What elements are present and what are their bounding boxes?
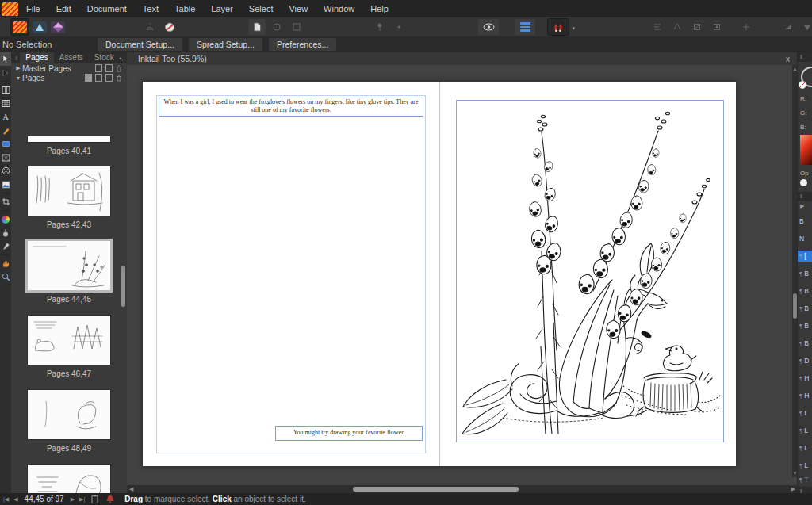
- clipboard-icon[interactable]: [91, 495, 98, 503]
- document-tab[interactable]: Inktail Too (55.9%): [138, 54, 207, 63]
- menu-layer[interactable]: Layer: [203, 0, 241, 17]
- spread-setup-button[interactable]: Spread Setup...: [189, 38, 262, 51]
- section-master-pages[interactable]: ▶ Master Pages: [11, 63, 127, 73]
- text-style-item[interactable]: ¶T: [798, 474, 812, 485]
- color-wheel-icon[interactable]: [0, 212, 11, 226]
- alert-bell-icon[interactable]: [106, 495, 114, 503]
- picture-frame-ellipse-tool[interactable]: [0, 164, 11, 178]
- zoom-tool[interactable]: [0, 270, 11, 284]
- page-spread[interactable]: When I was a girl, I used to wear the fo…: [143, 82, 736, 466]
- tab-pages[interactable]: Pages: [20, 52, 53, 63]
- text-style-item[interactable]: B: [798, 216, 812, 227]
- horizontal-scroll-thumb[interactable]: [353, 487, 519, 492]
- menu-select[interactable]: Select: [241, 0, 282, 17]
- illustration-frame[interactable]: [456, 100, 724, 442]
- move-tool[interactable]: [0, 52, 11, 66]
- no-fill-icon[interactable]: [799, 81, 806, 89]
- delete-master-icon[interactable]: [116, 65, 122, 72]
- previous-spread-icon[interactable]: ◀: [13, 496, 17, 503]
- preferences-button[interactable]: Preferences...: [269, 38, 336, 51]
- color-gradient-box[interactable]: [800, 135, 812, 165]
- text-style-item[interactable]: ¶L: [798, 460, 812, 471]
- picture-frame-rectangle-tool[interactable]: [0, 151, 11, 164]
- rectangle-tool[interactable]: [0, 137, 11, 151]
- place-image-tool[interactable]: [0, 178, 11, 191]
- thumbnail-pages-46-47[interactable]: [28, 316, 110, 365]
- text-style-item[interactable]: N: [798, 233, 812, 244]
- text-style-item[interactable]: ¶H: [798, 373, 812, 384]
- vector-crop-tool[interactable]: [0, 195, 11, 209]
- text-style-item[interactable]: ¶L: [798, 425, 812, 436]
- add-master-icon[interactable]: [95, 64, 102, 72]
- style-pickup-tool[interactable]: [0, 226, 11, 239]
- scroll-left-icon[interactable]: ◀: [129, 485, 133, 493]
- menu-text[interactable]: Text: [135, 0, 167, 17]
- preflight-badge-icon[interactable]: [161, 19, 178, 35]
- menu-file[interactable]: File: [18, 0, 48, 17]
- styles-collapse-arrow[interactable]: ▶: [800, 203, 804, 209]
- designer-persona-button[interactable]: [31, 19, 48, 35]
- menu-edit[interactable]: Edit: [48, 0, 79, 17]
- text-style-item[interactable]: ¶B: [798, 338, 812, 349]
- snapping-dropdown-arrow[interactable]: ▾: [572, 25, 575, 32]
- delete-page-icon[interactable]: [116, 75, 122, 82]
- text-style-item[interactable]: ¶D: [798, 355, 812, 366]
- pages-panel-scrollbar[interactable]: [121, 266, 125, 307]
- thumbnail-pages-42-43[interactable]: [28, 166, 110, 216]
- color-picker-tool[interactable]: [0, 239, 11, 253]
- thumbnail-pages-44-45[interactable]: [28, 241, 110, 290]
- duplicate-master-icon[interactable]: [105, 64, 113, 72]
- table-tool[interactable]: [0, 97, 11, 110]
- menu-view[interactable]: View: [281, 0, 316, 17]
- collapse-arrow-icon[interactable]: ▶: [14, 65, 22, 71]
- text-style-item[interactable]: ¶B: [798, 320, 812, 331]
- photo-persona-button[interactable]: [49, 19, 67, 35]
- duplicate-page-icon[interactable]: [105, 74, 113, 82]
- spread-view-icon[interactable]: [85, 74, 92, 82]
- guides-manager-button[interactable]: [515, 19, 535, 35]
- tab-stock[interactable]: Stock: [89, 52, 120, 63]
- horizontal-scrollbar[interactable]: ◀ ▶: [127, 485, 798, 493]
- snapping-magnet-button[interactable]: ▾: [548, 19, 569, 35]
- panel-grip[interactable]: ‖: [15, 55, 17, 62]
- menu-help[interactable]: Help: [362, 0, 396, 17]
- artistic-text-tool[interactable]: A: [0, 110, 11, 124]
- text-styles-panel-header[interactable]: ‖: [798, 192, 812, 201]
- close-tab-icon[interactable]: x: [786, 55, 790, 63]
- page-icon-button[interactable]: [248, 19, 266, 35]
- publisher-persona-button[interactable]: [11, 19, 29, 35]
- frame-text-tool[interactable]: [0, 83, 11, 97]
- next-spread-icon[interactable]: ▶: [71, 496, 75, 503]
- scroll-right-icon[interactable]: ▶: [791, 485, 795, 493]
- menu-table[interactable]: Table: [167, 0, 203, 17]
- first-spread-icon[interactable]: |◀: [3, 496, 9, 503]
- text-style-item[interactable]: ¶B: [798, 268, 812, 279]
- panel-menu-icon[interactable]: ▪,: [120, 55, 124, 62]
- pen-tool[interactable]: [0, 124, 11, 137]
- menu-window[interactable]: Window: [316, 0, 362, 17]
- menu-document[interactable]: Document: [79, 0, 135, 17]
- opacity-knob[interactable]: [800, 179, 807, 186]
- top-text-frame[interactable]: When I was a girl, I used to wear the fo…: [159, 98, 423, 117]
- thumbnail-pages-48-49[interactable]: [28, 390, 110, 439]
- thumbnail-pages-50-51[interactable]: [28, 465, 110, 493]
- lower-panel-header[interactable]: ‖: [798, 487, 812, 493]
- text-style-item[interactable]: ¶B: [798, 303, 812, 314]
- canvas[interactable]: When I was a girl, I used to wear the fo…: [127, 65, 798, 485]
- text-style-item[interactable]: ¶H: [798, 390, 812, 401]
- view-hand-tool[interactable]: [0, 257, 11, 270]
- text-style-item[interactable]: ¶I: [798, 407, 812, 419]
- section-pages[interactable]: ▼ Pages: [11, 73, 127, 82]
- preview-mode-button[interactable]: [478, 19, 499, 35]
- tab-assets[interactable]: Assets: [54, 52, 89, 63]
- expand-arrow-icon[interactable]: ▼: [14, 75, 22, 81]
- add-page-icon[interactable]: [95, 74, 102, 82]
- last-spread-icon[interactable]: ▶|: [79, 496, 85, 503]
- text-style-item-selected[interactable]: ¶[: [798, 251, 812, 262]
- node-tool[interactable]: [0, 66, 11, 79]
- text-style-item[interactable]: ¶B: [798, 285, 812, 296]
- colour-panel-header[interactable]: ‖: [798, 52, 812, 62]
- bottom-text-frame[interactable]: You might try drawing your favorite flow…: [275, 426, 423, 441]
- document-setup-button[interactable]: Document Setup...: [98, 38, 182, 51]
- thumbnail-pages-40-41[interactable]: [28, 136, 110, 142]
